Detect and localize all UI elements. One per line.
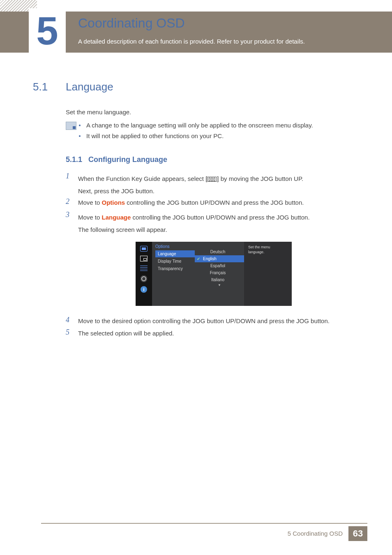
step-highlight: Language <box>102 214 131 221</box>
monitor-icon <box>140 246 148 252</box>
subsection-number: 5.1.1 <box>66 155 82 164</box>
gear-icon <box>141 275 147 282</box>
osd-menu-heading: Options <box>155 244 195 249</box>
osd-language-option: Deutsch <box>195 248 244 255</box>
step-fragment: Move to <box>78 214 102 221</box>
osd-language-option: Italiano <box>195 276 244 283</box>
osd-language-option: Français <box>195 269 244 276</box>
section-intro: Set the menu language. <box>66 108 359 117</box>
note-item: It will not be applied to other function… <box>86 132 359 139</box>
step-text: Move to Language controlling the JOG but… <box>78 211 359 236</box>
chapter-number-box: 5 <box>29 8 66 53</box>
step-fragment: controlling the JOG button UP/DOWN and p… <box>125 199 304 206</box>
step-text: When the Function Key Guide appears, sel… <box>78 173 359 197</box>
section-title: Language <box>66 81 113 93</box>
chapter-number: 5 <box>36 11 58 51</box>
note-text: It will not be applied to other function… <box>86 132 224 139</box>
list-icon <box>140 266 148 271</box>
footer-divider <box>41 523 367 524</box>
subsection-title: Configuring Language <box>88 155 167 164</box>
osd-menu-item: Language <box>155 250 195 257</box>
step-text: Move to the desired option controlling t… <box>78 317 359 324</box>
menu-glyph-icon: ▯▯▯ <box>207 177 217 182</box>
step-fragment: When the Function Key Guide appears, sel… <box>78 175 207 182</box>
step-text: Move to Options controlling the JOG butt… <box>78 199 359 206</box>
step-fragment: The following screen will appear. <box>78 226 167 233</box>
step-number: 1 <box>66 172 69 180</box>
note-item: A change to the language setting will on… <box>86 122 359 129</box>
osd-language-option: Español <box>195 262 244 269</box>
osd-help-text: Set the menu <box>248 245 270 249</box>
osd-help-panel: Set the menu language. <box>244 242 292 306</box>
osd-menu-column: Options Language Display Time Transparen… <box>152 242 195 306</box>
osd-help-text: language. <box>248 250 265 254</box>
section-number: 5.1 <box>33 81 48 93</box>
note-text: A change to the language setting will on… <box>86 122 313 129</box>
step-number: 2 <box>66 197 69 206</box>
footer-page-number: 63 <box>348 526 367 541</box>
note-icon <box>66 122 76 130</box>
osd-language-option: English <box>195 255 244 262</box>
step-number: 3 <box>66 210 69 219</box>
osd-language-column: Deutsch English Español Français Italian… <box>195 242 244 306</box>
chevron-down-icon: ▼ <box>195 283 244 287</box>
step-number: 4 <box>66 316 69 324</box>
osd-screenshot: i Options Language Display Time Transpar… <box>136 242 292 306</box>
step-fragment: Next, press the JOG button. <box>78 187 154 194</box>
bullet-icon <box>79 135 81 137</box>
step-fragment: controlling the JOG button UP/DOWN and p… <box>131 214 309 221</box>
footer-chapter-label: 5 Coordinating OSD <box>288 530 343 537</box>
subsection-heading: 5.1.1 Configuring Language <box>66 155 167 164</box>
step-fragment: Move to <box>78 199 102 206</box>
chapter-title: Coordinating OSD <box>78 16 185 31</box>
step-fragment: ] by moving the JOG button UP. <box>217 175 303 182</box>
pip-icon <box>140 256 148 261</box>
chapter-description: A detailed description of each function … <box>78 38 305 45</box>
step-number: 5 <box>66 328 69 337</box>
bullet-icon <box>79 125 81 126</box>
step-highlight: Options <box>102 199 125 206</box>
osd-sidebar: i <box>136 242 152 306</box>
info-icon: i <box>141 286 147 293</box>
osd-menu-item: Display Time <box>155 258 195 265</box>
osd-menu-item: Transparency <box>155 265 195 272</box>
step-text: The selected option will be applied. <box>78 330 359 337</box>
